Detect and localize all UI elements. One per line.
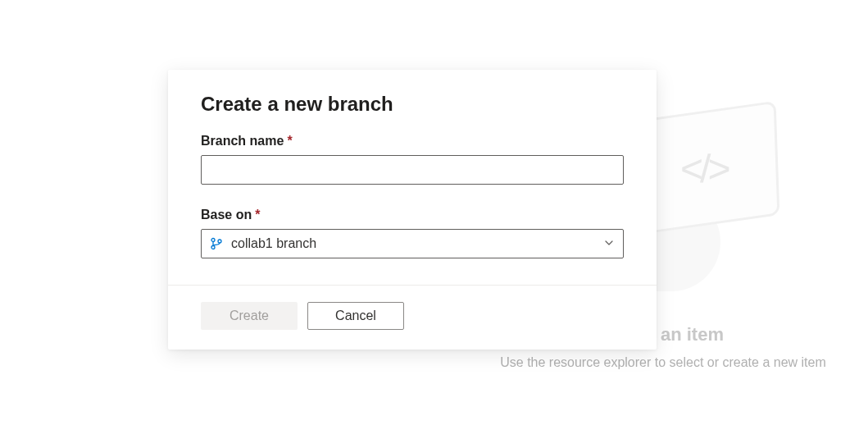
base-on-selected-value: collab1 branch <box>231 236 316 251</box>
base-on-label-text: Base on <box>201 208 252 222</box>
svg-point-1 <box>211 246 215 249</box>
svg-point-2 <box>218 240 221 243</box>
required-mark: * <box>287 134 292 148</box>
dialog-title: Create a new branch <box>201 93 624 116</box>
svg-point-0 <box>211 239 215 242</box>
dialog-body: Create a new branch Branch name* Base on… <box>168 70 657 285</box>
base-on-label: Base on* <box>201 208 624 222</box>
branch-name-label-text: Branch name <box>201 134 284 148</box>
create-branch-dialog: Create a new branch Branch name* Base on… <box>168 70 657 350</box>
base-on-select-wrap: collab1 branch <box>201 229 624 258</box>
base-on-group: Base on* collab1 branch <box>201 208 624 258</box>
cancel-button[interactable]: Cancel <box>307 302 404 330</box>
dialog-footer: Create Cancel <box>168 285 657 350</box>
required-mark: * <box>255 208 260 222</box>
git-branch-icon <box>210 237 223 250</box>
create-button[interactable]: Create <box>201 302 298 330</box>
branch-name-label: Branch name* <box>201 134 624 149</box>
code-icon: </> <box>680 146 728 191</box>
branch-name-group: Branch name* <box>201 134 624 185</box>
base-on-select[interactable]: collab1 branch <box>201 229 624 258</box>
branch-name-input[interactable] <box>201 155 624 185</box>
empty-state-subtitle: Use the resource explorer to select or c… <box>484 355 843 370</box>
